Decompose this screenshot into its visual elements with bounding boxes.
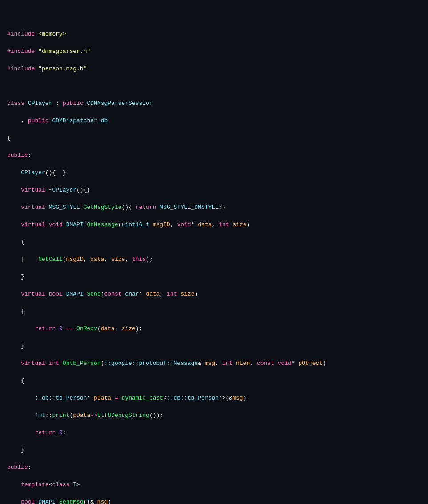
line-20: } — [0, 342, 428, 351]
line-25: return 0; — [0, 428, 428, 437]
line-22: { — [0, 376, 428, 385]
line-17: virtual bool DMAPI Send(const char* data… — [0, 290, 428, 299]
line-24: fmt::print(pData->Utf8DebugString()); — [0, 411, 428, 420]
line-21: virtual int Ontb_Person(::google::protob… — [0, 359, 428, 368]
line-10: CPlayer(){ } — [0, 168, 428, 177]
line-28: template<class T> — [0, 480, 428, 489]
line-11: virtual ~CPlayer(){} — [0, 186, 428, 195]
line-23: ::db::tb_Person* pData = dynamic_cast<::… — [0, 394, 428, 403]
line-9: public: — [0, 151, 428, 160]
line-16: } — [0, 272, 428, 281]
line-19: return 0 == OnRecv(data, size); — [0, 324, 428, 333]
line-5 — [0, 82, 428, 91]
line-3: #include "dmmsgparser.h" — [0, 47, 428, 56]
line-14: { — [0, 238, 428, 247]
line-27: public: — [0, 463, 428, 472]
line-1 — [0, 12, 428, 21]
line-15: | NetCall(msgID, data, size, this); — [0, 255, 428, 264]
line-7: , public CDMDispatcher_db — [0, 116, 428, 125]
line-2: #include <memory> — [0, 30, 428, 39]
line-18: { — [0, 307, 428, 316]
code-editor: #include <memory> #include "dmmsgparser.… — [0, 0, 428, 504]
line-8: { — [0, 134, 428, 143]
line-29: bool DMAPI SendMsg(T& msg) — [0, 498, 428, 504]
line-6: class CPlayer : public CDMMsgParserSessi… — [0, 99, 428, 108]
line-26: } — [0, 446, 428, 455]
line-13: virtual void DMAPI OnMessage(uint16_t ms… — [0, 220, 428, 229]
line-4: #include "person.msg.h" — [0, 64, 428, 73]
line-12: virtual MSG_STYLE GetMsgStyle(){ return … — [0, 203, 428, 212]
